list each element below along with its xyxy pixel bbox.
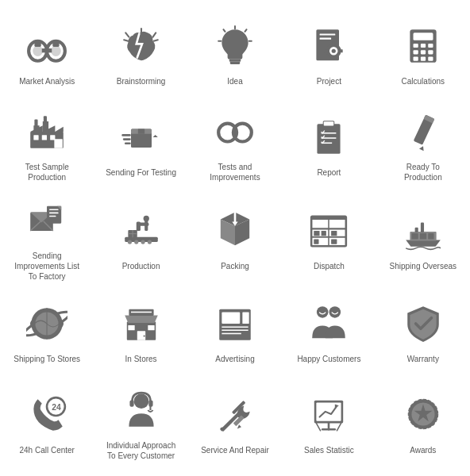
market-analysis-label: Market Analysis xyxy=(19,76,75,86)
svg-rect-78 xyxy=(49,209,58,210)
svg-rect-54 xyxy=(137,129,144,133)
svg-rect-46 xyxy=(35,120,38,127)
svg-rect-139 xyxy=(129,400,133,406)
shipping-overseas-label: Shipping Overseas xyxy=(390,261,457,271)
test-sample-icon xyxy=(21,106,72,157)
24h-call-label: 24h Call Center xyxy=(19,445,74,455)
brainstorming-icon xyxy=(116,21,167,71)
svg-line-15 xyxy=(223,29,225,32)
svg-rect-125 xyxy=(128,325,134,330)
svg-rect-105 xyxy=(322,231,326,236)
tests-improvements-label: Tests and Improvements xyxy=(199,162,271,182)
svg-line-16 xyxy=(245,29,246,32)
svg-point-24 xyxy=(332,49,336,53)
svg-point-84 xyxy=(134,240,138,244)
svg-rect-113 xyxy=(428,233,433,239)
icon-cell-in-stores: In Stores xyxy=(94,286,187,378)
individual-approach-icon xyxy=(116,385,167,436)
icon-cell-service-repair: Service And Repair xyxy=(188,377,282,468)
icon-cell-awards: Awards xyxy=(376,377,470,468)
market-analysis-icon xyxy=(21,21,72,71)
svg-rect-35 xyxy=(421,50,426,54)
svg-point-85 xyxy=(141,240,144,244)
calculations-icon xyxy=(398,21,449,71)
24h-call-icon: 24 xyxy=(21,390,72,440)
svg-rect-133 xyxy=(242,313,248,324)
icon-cell-sending-improvements: Sending Improvements List To Factory xyxy=(0,190,94,286)
svg-point-138 xyxy=(133,393,148,409)
svg-rect-26 xyxy=(333,56,336,60)
tests-improvements-icon xyxy=(210,106,260,157)
svg-marker-58 xyxy=(152,135,157,137)
svg-rect-77 xyxy=(47,205,61,223)
svg-rect-129 xyxy=(222,313,240,324)
svg-marker-45 xyxy=(56,127,64,132)
svg-rect-106 xyxy=(332,231,337,236)
test-sample-label: Test Sample Production xyxy=(11,162,83,182)
packing-icon xyxy=(210,205,260,256)
happy-customers-icon xyxy=(303,298,354,349)
svg-rect-6 xyxy=(52,41,59,47)
icon-cell-advertising: Advertising xyxy=(188,286,282,378)
idea-label: Idea xyxy=(227,76,242,86)
dispatch-label: Dispatch xyxy=(314,261,345,271)
icon-cell-project: Project xyxy=(282,8,376,99)
warranty-label: Warranty xyxy=(407,354,439,364)
icon-cell-dispatch: Dispatch xyxy=(282,190,376,286)
icon-cell-individual-approach: Individual Approach To Every Customer xyxy=(94,377,187,468)
production-label: Production xyxy=(122,261,160,271)
report-icon xyxy=(303,112,354,163)
project-label: Project xyxy=(317,76,341,86)
svg-rect-31 xyxy=(413,44,418,48)
icon-cell-shipping-overseas: Shipping Overseas xyxy=(376,190,470,286)
svg-rect-2 xyxy=(42,48,52,52)
icon-cell-idea: Idea xyxy=(188,8,282,99)
svg-rect-48 xyxy=(34,135,39,140)
in-stores-icon xyxy=(116,298,167,349)
svg-rect-80 xyxy=(49,215,56,217)
icon-cell-brainstorming: Brainstorming xyxy=(94,8,187,99)
icon-cell-production: Production xyxy=(94,190,187,286)
project-icon xyxy=(303,21,354,71)
svg-marker-71 xyxy=(419,145,426,151)
advertising-label: Advertising xyxy=(215,354,254,364)
shipping-stores-icon xyxy=(21,298,72,349)
svg-rect-25 xyxy=(333,42,336,45)
ready-production-label: Ready To Production xyxy=(387,162,459,182)
svg-rect-114 xyxy=(421,222,424,232)
svg-line-10 xyxy=(153,40,157,41)
icon-cell-test-sample: Test Sample Production xyxy=(0,99,94,190)
awards-label: Awards xyxy=(410,445,436,455)
icon-cell-shipping-stores: Shipping To Stores xyxy=(0,286,94,378)
svg-rect-111 xyxy=(411,233,418,239)
svg-rect-32 xyxy=(421,44,426,48)
svg-line-8 xyxy=(124,40,128,41)
packing-label: Packing xyxy=(221,261,249,271)
svg-rect-36 xyxy=(428,50,433,54)
svg-line-7 xyxy=(125,33,129,36)
advertising-icon xyxy=(210,298,260,349)
icon-cell-market-analysis: Market Analysis xyxy=(0,8,94,99)
individual-approach-label: Individual Approach To Every Customer xyxy=(106,440,177,461)
calculations-label: Calculations xyxy=(402,76,445,86)
svg-rect-107 xyxy=(332,239,337,244)
idea-icon xyxy=(210,21,260,71)
svg-line-151 xyxy=(337,424,341,431)
svg-marker-109 xyxy=(406,240,441,246)
production-icon xyxy=(116,205,167,256)
dispatch-icon xyxy=(303,205,354,256)
svg-marker-144 xyxy=(236,424,241,430)
sending-improvements-icon xyxy=(21,195,72,246)
sending-testing-label: Sending For Testing xyxy=(106,167,176,178)
svg-point-4 xyxy=(51,45,60,56)
svg-rect-27 xyxy=(325,49,328,52)
svg-rect-30 xyxy=(413,33,433,40)
happy-customers-label: Happy Customers xyxy=(297,354,360,364)
service-repair-icon xyxy=(210,390,260,440)
sending-testing-icon xyxy=(116,112,167,163)
svg-rect-66 xyxy=(324,121,333,125)
ready-production-icon xyxy=(398,106,449,157)
svg-rect-21 xyxy=(320,37,332,39)
svg-rect-47 xyxy=(44,116,47,122)
svg-rect-37 xyxy=(413,56,418,60)
